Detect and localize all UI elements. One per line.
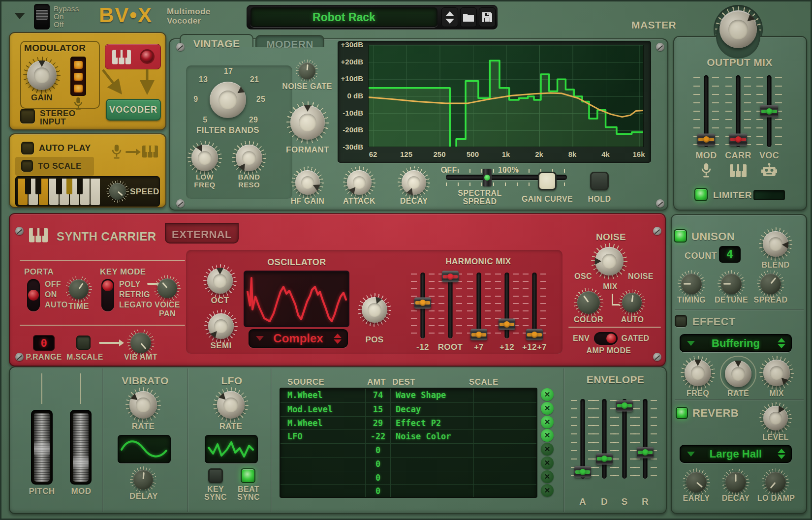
- mod-matrix-cell-scale[interactable]: [473, 471, 536, 485]
- x-circle-icon[interactable]: ✕: [541, 388, 554, 401]
- beat-sync-button[interactable]: [241, 468, 255, 483]
- mod-matrix-row[interactable]: LFO-22Noise Color: [281, 429, 536, 443]
- mod-matrix-cell-amt[interactable]: 74: [365, 389, 391, 402]
- x-circle-icon[interactable]: ✕: [541, 470, 554, 483]
- piano-key[interactable]: [91, 179, 100, 205]
- tab-external-label[interactable]: EXTERNAL: [165, 228, 239, 241]
- key-mode-legato-label[interactable]: LEGATO: [119, 301, 153, 309]
- m-scale-checkbox[interactable]: [76, 336, 91, 350]
- timing-knob[interactable]: [681, 274, 702, 294]
- hold-button[interactable]: [590, 172, 609, 190]
- mod-matrix-cell-dest[interactable]: Decay: [391, 403, 473, 416]
- vibrato-delay-knob[interactable]: [133, 470, 153, 489]
- effect-rate-knob[interactable]: [725, 361, 751, 387]
- mod-matrix-cell-src[interactable]: LFO: [281, 430, 365, 443]
- x-circle-icon[interactable]: ✕: [541, 443, 554, 456]
- master-knob-top[interactable]: [719, 11, 757, 48]
- harmonic-handle[interactable]: [414, 297, 431, 308]
- unison-led[interactable]: [674, 229, 687, 243]
- harmonic-slider-p7[interactable]: [466, 272, 492, 340]
- mod-matrix-cell-dest[interactable]: Effect P2: [391, 417, 473, 430]
- harmonic-handle[interactable]: [442, 271, 459, 282]
- mod-matrix-row[interactable]: 0: [281, 471, 536, 485]
- mod-matrix-cell-dest[interactable]: [391, 471, 473, 485]
- reverb-early-knob[interactable]: [686, 472, 707, 492]
- pitch-wheel[interactable]: [31, 410, 53, 485]
- decay-knob[interactable]: [402, 170, 426, 195]
- auto-play-checkbox[interactable]: [21, 142, 34, 154]
- wave-select-dropdown[interactable]: Complex: [249, 329, 348, 348]
- band-reso-knob[interactable]: [236, 145, 262, 171]
- mod-matrix-cell-dest[interactable]: [391, 444, 473, 457]
- stereo-input-checkbox[interactable]: [20, 109, 35, 123]
- envelope-handle[interactable]: [616, 400, 633, 411]
- detune-knob[interactable]: [721, 274, 742, 294]
- vib-amt-knob[interactable]: [130, 333, 151, 353]
- mod-matrix-cell-dest[interactable]: Noise Color: [391, 430, 473, 443]
- mod-matrix-row[interactable]: M.Wheel29Effect P2: [281, 416, 536, 430]
- amp-mode-gated-label[interactable]: GATED: [621, 334, 650, 343]
- filter-bands-knob[interactable]: [210, 82, 246, 118]
- low-freq-knob[interactable]: [191, 145, 218, 171]
- porta-on-label[interactable]: ON: [45, 290, 57, 299]
- mod-matrix-cell-amt[interactable]: 0: [365, 444, 391, 457]
- envelope-slider-r[interactable]: [632, 398, 658, 480]
- lfo-rate-knob[interactable]: [217, 391, 245, 419]
- mod-matrix-cell-amt[interactable]: 0: [365, 471, 391, 485]
- attack-knob[interactable]: [347, 170, 372, 195]
- mod-matrix-cell-src[interactable]: [281, 444, 365, 457]
- effect-mix-knob[interactable]: [763, 360, 790, 386]
- gain-curve-button[interactable]: [538, 172, 557, 190]
- mod-matrix-cell-scale[interactable]: [473, 403, 536, 416]
- noise-gate-knob[interactable]: [299, 62, 315, 79]
- output-mix-slider-voc[interactable]: [756, 74, 782, 148]
- dropdown-stepper-icon[interactable]: [778, 338, 785, 348]
- output-mix-slider-mod[interactable]: [693, 74, 719, 148]
- harmonic-slider-p12[interactable]: [494, 272, 520, 340]
- effect-freq-knob[interactable]: [685, 360, 711, 386]
- envelope-handle[interactable]: [596, 453, 613, 464]
- dropdown-stepper-icon[interactable]: [334, 334, 342, 344]
- hf-gain-knob[interactable]: [295, 170, 320, 195]
- dropdown-stepper-icon[interactable]: [778, 449, 785, 459]
- porta-time-knob[interactable]: [69, 279, 89, 299]
- mod-matrix-cell-amt[interactable]: 0: [365, 458, 391, 471]
- speed-knob[interactable]: [109, 183, 126, 200]
- mod-matrix-table[interactable]: M.Wheel74Wave ShapeMod.Level15DecayM.Whe…: [280, 388, 537, 498]
- key-mode-switch[interactable]: [101, 279, 114, 311]
- reverb-decay-knob[interactable]: [725, 472, 746, 492]
- x-circle-icon[interactable]: ✕: [541, 429, 554, 442]
- porta-off-label[interactable]: OFF: [45, 280, 61, 289]
- mod-matrix-row[interactable]: 0: [281, 443, 536, 457]
- preset-save-button[interactable]: [479, 7, 496, 27]
- mod-matrix-cell-scale[interactable]: [473, 430, 536, 443]
- envelope-handle[interactable]: [637, 447, 654, 458]
- reverb-lo-damp-knob[interactable]: [765, 472, 786, 492]
- piano-black-key[interactable]: [66, 179, 72, 194]
- modulator-gain-knob[interactable]: [27, 61, 57, 90]
- mod-matrix-cell-src[interactable]: [281, 485, 365, 498]
- mini-keyboard[interactable]: [18, 179, 100, 205]
- mod-matrix-row[interactable]: Mod.Level15Decay: [281, 402, 536, 416]
- output-mix-slider-carr[interactable]: [725, 74, 751, 148]
- bypass-switch-handle[interactable]: [35, 9, 48, 20]
- amp-mode-env-label[interactable]: ENV: [571, 334, 591, 343]
- bypass-switch[interactable]: [34, 4, 50, 30]
- mod-matrix-cell-amt[interactable]: 0: [365, 485, 391, 498]
- mod-wheel[interactable]: [70, 410, 92, 485]
- effect-select-dropdown[interactable]: Buffering: [680, 334, 792, 352]
- x-circle-icon[interactable]: ✕: [541, 416, 554, 428]
- oct-knob[interactable]: [207, 268, 233, 294]
- piano-black-key[interactable]: [35, 179, 41, 194]
- mod-matrix-row[interactable]: 0: [281, 457, 536, 471]
- key-sync-button[interactable]: [208, 468, 223, 483]
- envelope-handle[interactable]: [574, 466, 591, 478]
- key-mode-poly-label[interactable]: POLY: [119, 280, 141, 289]
- noise-mix-knob[interactable]: [595, 247, 624, 275]
- mod-slider-handle[interactable]: [697, 133, 715, 146]
- count-display[interactable]: 4: [719, 246, 741, 263]
- reverb-led[interactable]: [676, 407, 688, 419]
- mod-matrix-cell-dest[interactable]: [391, 458, 473, 471]
- mod-matrix-cell-src[interactable]: M.Wheel: [281, 417, 365, 430]
- x-circle-icon[interactable]: ✕: [541, 457, 554, 469]
